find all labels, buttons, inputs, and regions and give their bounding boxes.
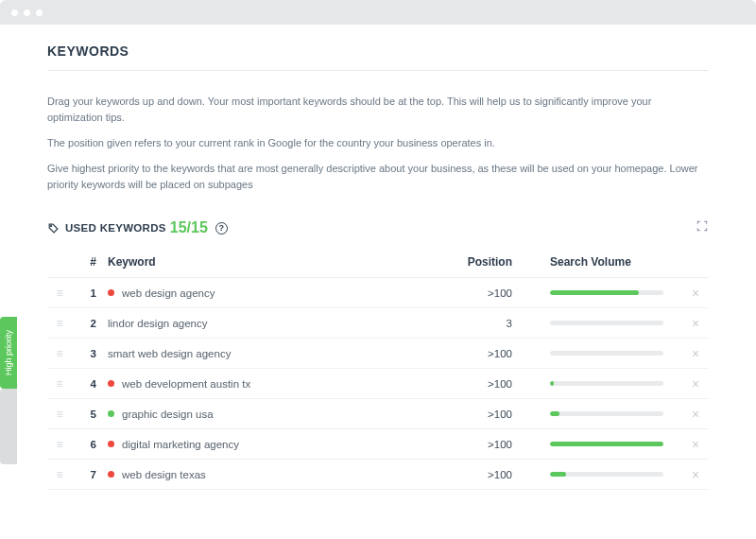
- window-dot: [11, 9, 18, 16]
- expand-icon[interactable]: [696, 219, 709, 236]
- volume-cell: [522, 442, 682, 446]
- keyword-cell: smart web design agency: [96, 348, 446, 359]
- keyword-text: lindor design agency: [108, 318, 208, 329]
- keyword-cell: graphic design usa: [96, 409, 446, 420]
- browser-titlebar: [0, 0, 756, 25]
- volume-cell: [522, 290, 682, 295]
- volume-cell: [522, 411, 682, 416]
- keywords-table: # Keyword Position Search Volume ≡ 1 web…: [47, 246, 709, 490]
- status-dot-icon: [108, 289, 114, 296]
- delete-row-button[interactable]: ×: [682, 316, 709, 331]
- drag-handle-icon[interactable]: ≡: [47, 468, 72, 481]
- position-cell: >100: [446, 439, 522, 450]
- drag-handle-icon[interactable]: ≡: [47, 408, 72, 421]
- delete-row-button[interactable]: ×: [682, 376, 709, 391]
- delete-row-button[interactable]: ×: [682, 437, 709, 452]
- keyword-text: smart web design agency: [108, 348, 231, 359]
- keyword-text: graphic design usa: [122, 409, 214, 420]
- table-row[interactable]: ≡ 1 web design agency >100 ×: [47, 278, 709, 308]
- table-row[interactable]: ≡ 7 web design texas >100 ×: [47, 460, 709, 490]
- status-dot-icon: [108, 441, 114, 447]
- delete-row-button[interactable]: ×: [682, 407, 709, 422]
- section-label: USED KEYWORDS: [65, 222, 166, 234]
- col-volume: Search Volume: [522, 255, 682, 269]
- volume-cell: [522, 321, 682, 325]
- table-row[interactable]: ≡ 6 digital marketing agency >100 ×: [47, 429, 709, 460]
- drag-handle-icon[interactable]: ≡: [47, 317, 72, 330]
- intro-line: Give highest priority to the keywords th…: [47, 161, 709, 193]
- status-dot-icon: [108, 410, 114, 417]
- row-number: 2: [72, 318, 96, 329]
- keyword-text: web development austin tx: [122, 378, 250, 390]
- intro-text: Drag your keywords up and down. Your mos…: [47, 94, 709, 193]
- row-number: 4: [72, 378, 96, 390]
- help-icon[interactable]: ?: [215, 222, 228, 235]
- volume-cell: [522, 351, 682, 356]
- keyword-text: web design texas: [122, 469, 206, 480]
- divider: [47, 70, 709, 71]
- drag-handle-icon[interactable]: ≡: [47, 287, 72, 300]
- position-cell: >100: [446, 409, 522, 420]
- delete-row-button[interactable]: ×: [682, 467, 709, 482]
- col-position: Position: [446, 255, 522, 269]
- window-dot: [24, 9, 30, 16]
- row-number: 7: [72, 469, 96, 480]
- position-cell: >100: [446, 287, 522, 299]
- keyword-count: 15/15: [170, 219, 208, 236]
- volume-cell: [522, 381, 682, 386]
- table-row[interactable]: ≡ 3 smart web design agency >100 ×: [47, 339, 709, 369]
- col-keyword: Keyword: [96, 255, 446, 269]
- row-number: 1: [72, 287, 96, 299]
- page-title: KEYWORDS: [47, 43, 709, 59]
- col-number: #: [72, 255, 96, 269]
- keyword-cell: lindor design agency: [96, 318, 446, 329]
- table-row[interactable]: ≡ 5 graphic design usa >100 ×: [47, 399, 709, 429]
- position-cell: >100: [446, 348, 522, 359]
- volume-cell: [522, 472, 682, 477]
- tag-icon: [47, 222, 60, 235]
- keyword-text: web design agency: [122, 287, 215, 299]
- delete-row-button[interactable]: ×: [682, 286, 709, 301]
- drag-handle-icon[interactable]: ≡: [47, 377, 72, 391]
- keyword-text: digital marketing agency: [122, 439, 239, 450]
- keyword-cell: web design agency: [96, 287, 446, 299]
- status-dot-icon: [108, 471, 114, 478]
- keyword-cell: web development austin tx: [96, 378, 446, 390]
- intro-line: Drag your keywords up and down. Your mos…: [47, 94, 709, 126]
- keyword-cell: digital marketing agency: [96, 439, 446, 450]
- drag-handle-icon[interactable]: ≡: [47, 438, 72, 451]
- position-cell: >100: [446, 469, 522, 480]
- status-dot-icon: [108, 380, 114, 387]
- row-number: 5: [72, 409, 96, 420]
- window-dot: [36, 9, 43, 16]
- row-number: 6: [72, 439, 96, 450]
- table-header: # Keyword Position Search Volume: [47, 246, 709, 278]
- delete-row-button[interactable]: ×: [682, 346, 709, 361]
- row-number: 3: [72, 348, 96, 359]
- position-cell: 3: [446, 318, 522, 329]
- table-row[interactable]: ≡ 2 lindor design agency 3 ×: [47, 308, 709, 339]
- svg-point-0: [51, 225, 52, 226]
- position-cell: >100: [446, 378, 522, 390]
- drag-handle-icon[interactable]: ≡: [47, 347, 72, 360]
- table-row[interactable]: ≡ 4 web development austin tx >100 ×: [47, 369, 709, 399]
- used-keywords-header: USED KEYWORDS 15/15 ?: [47, 219, 709, 236]
- intro-line: The position given refers to your curren…: [47, 135, 709, 151]
- keyword-cell: web design texas: [96, 469, 446, 480]
